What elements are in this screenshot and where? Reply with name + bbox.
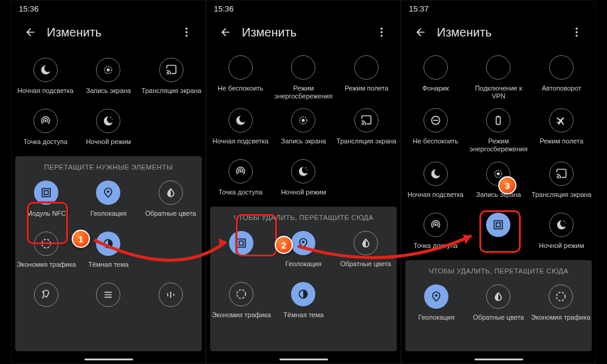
qs-tile-hearing[interactable] bbox=[15, 278, 77, 328]
qs-drag-tile-nfc[interactable] bbox=[210, 226, 272, 276]
qs-tile-не-беспокоить[interactable]: Не беспокоить bbox=[404, 103, 467, 155]
qs-tile-режим-полета[interactable]: Режим полета bbox=[335, 53, 398, 102]
empty-tile bbox=[335, 277, 397, 327]
tile-circle bbox=[34, 180, 58, 205]
qs-tile-обратные-цвета[interactable]: Обратные цвета bbox=[467, 280, 529, 329]
tile-circle bbox=[291, 159, 315, 184]
qs-tile-обратные-цвета[interactable]: Обратные цвета bbox=[140, 176, 202, 225]
qs-tile-обратные-цвета[interactable]: Обратные цвета bbox=[335, 226, 397, 276]
qs-tile-list[interactable] bbox=[77, 278, 139, 328]
nfc-icon bbox=[235, 237, 247, 249]
tile-circle bbox=[96, 232, 120, 256]
status-bar: 15:36 bbox=[207, 1, 400, 18]
qs-tile-геолокация[interactable]: Геолокация bbox=[272, 226, 334, 276]
empty-tile bbox=[335, 154, 398, 204]
qs-tile-экономия-трафика[interactable]: Экономия трафика bbox=[210, 277, 272, 327]
status-bar: 15:36 bbox=[12, 1, 205, 18]
tile-label: Трансляция экрана bbox=[337, 137, 397, 145]
drop-hint: ЧТОБЫ УДАЛИТЬ, ПЕРЕТАЩИТЕ СЮДА bbox=[405, 264, 592, 280]
edit-header: Изменить bbox=[402, 18, 595, 47]
tile-label: Ночной режим bbox=[281, 188, 326, 196]
more-icon bbox=[376, 26, 388, 38]
qs-tile-ночной-режим[interactable]: Ночной режим bbox=[77, 104, 140, 154]
qs-tile-ночная-подсветка[interactable]: Ночная подсветка bbox=[14, 53, 77, 103]
tile-label: Тёмная тема bbox=[283, 311, 323, 319]
tile-label: Точка доступа bbox=[24, 138, 67, 146]
qs-tile-точка-доступа[interactable]: Точка доступа bbox=[404, 208, 467, 258]
page-title: Изменить bbox=[437, 26, 492, 39]
location-icon bbox=[297, 237, 309, 249]
tiles-content: Фонарик Подключение к VPN Автоповорот Не… bbox=[402, 47, 595, 355]
qs-tile-режим-энергосбережения[interactable]: Режим энергосбережения bbox=[467, 103, 530, 155]
qs-tile-точка-доступа[interactable]: Точка доступа bbox=[209, 154, 272, 204]
tile-label: Геолокация bbox=[418, 314, 454, 321]
active-tiles: Не беспокоить Режим энергосбережения Реж… bbox=[207, 47, 400, 207]
qs-tile-запись-экрана[interactable]: Запись экрана bbox=[467, 157, 530, 207]
qs-tile-ночная-подсветка[interactable]: Ночная подсветка bbox=[404, 157, 467, 207]
qs-tile-экономия-трафика[interactable]: Экономия трафика bbox=[15, 227, 77, 276]
tile-circle bbox=[228, 159, 253, 184]
more-button[interactable] bbox=[564, 19, 589, 45]
qs-tile-автоповорот[interactable]: Автоповорот bbox=[530, 53, 593, 102]
back-button[interactable] bbox=[408, 19, 433, 45]
nav-pill[interactable] bbox=[475, 359, 523, 360]
edit-header: Изменить bbox=[207, 18, 400, 47]
more-icon bbox=[571, 26, 583, 38]
tile-circle bbox=[291, 231, 315, 255]
qs-tile-т-мная-тема[interactable]: Тёмная тема bbox=[77, 227, 139, 276]
qs-tile-трансляция-экрана[interactable]: Трансляция экрана bbox=[530, 157, 593, 207]
qs-tile-точка-доступа[interactable]: Точка доступа bbox=[14, 104, 77, 154]
qs-tile-режим-энергосбережения[interactable]: Режим энергосбережения bbox=[272, 53, 335, 102]
active-tiles: Фонарик Подключение к VPN Автоповорот Не… bbox=[402, 47, 595, 260]
tile-label: Экономия трафика bbox=[211, 311, 271, 319]
qs-tile-не-беспокоить[interactable]: Не беспокоить bbox=[209, 53, 272, 102]
nav-pill[interactable] bbox=[84, 359, 133, 360]
tile-label: Не беспокоить bbox=[413, 137, 458, 145]
tile-label: Модуль NFC bbox=[27, 210, 66, 218]
tile-label: Режим энергосбережения bbox=[273, 84, 334, 100]
back-button[interactable] bbox=[213, 19, 238, 45]
qs-tile-bars[interactable] bbox=[140, 278, 202, 328]
qs-tile-экономия-трафика[interactable]: Экономия трафика bbox=[530, 280, 592, 329]
qs-tile-трансляция-экрана[interactable]: Трансляция экрана bbox=[140, 53, 203, 103]
tile-label: Не беспокоить bbox=[218, 84, 263, 92]
qs-tile-т-мная-тема[interactable]: Тёмная тема bbox=[272, 277, 334, 327]
qs-tile-геолокация[interactable]: Геолокация bbox=[77, 176, 139, 225]
screens-container: 15:36 Изменить Ночная подсветка Запись э… bbox=[0, 0, 607, 364]
qs-tile-модуль-nfc[interactable]: Модуль NFC bbox=[15, 176, 77, 225]
tile-circle bbox=[96, 283, 120, 307]
tile-circle bbox=[549, 108, 574, 132]
screen-1: 15:36 Изменить Ночная подсветка Запись э… bbox=[11, 0, 206, 364]
more-button[interactable] bbox=[174, 19, 199, 45]
qs-tile-ночной-режим[interactable]: Ночной режим bbox=[530, 208, 593, 258]
tile-circle bbox=[159, 283, 183, 307]
qs-tile-геолокация[interactable]: Геолокация bbox=[405, 280, 467, 329]
tile-label: Трансляция экрана bbox=[532, 191, 592, 199]
qs-tile-фонарик[interactable]: Фонарик bbox=[404, 53, 467, 102]
location-icon bbox=[102, 187, 114, 199]
qs-tile-запись-экрана[interactable]: Запись экрана bbox=[272, 103, 335, 153]
qs-tile-режим-полета[interactable]: Режим полета bbox=[530, 103, 593, 155]
qs-tile-запись-экрана[interactable]: Запись экрана bbox=[77, 53, 140, 103]
qs-tile-nfc[interactable] bbox=[467, 208, 530, 258]
tile-circle bbox=[291, 55, 315, 80]
contrast-icon bbox=[102, 238, 114, 250]
qs-tile-подключение-к-vpn[interactable]: Подключение к VPN bbox=[467, 53, 530, 102]
tile-circle bbox=[159, 58, 183, 82]
qs-tile-ночной-режим[interactable]: Ночной режим bbox=[272, 154, 335, 204]
tile-circle bbox=[549, 55, 574, 80]
tile-label: Подключение к VPN bbox=[468, 84, 529, 100]
back-icon bbox=[24, 26, 36, 38]
location-icon bbox=[430, 290, 442, 303]
nav-pill[interactable] bbox=[279, 359, 328, 360]
tile-circle bbox=[228, 55, 253, 80]
qs-tile-трансляция-экрана[interactable]: Трансляция экрана bbox=[335, 103, 398, 153]
qs-tile-ночная-подсветка[interactable]: Ночная подсветка bbox=[209, 103, 272, 153]
tile-label: Геолокация bbox=[286, 260, 321, 268]
tile-circle bbox=[354, 55, 379, 80]
tile-label: Обратные цвета bbox=[145, 210, 196, 218]
tiles-content: Не беспокоить Режим энергосбережения Реж… bbox=[207, 47, 400, 355]
back-button[interactable] bbox=[18, 19, 43, 45]
more-button[interactable] bbox=[369, 19, 394, 45]
tile-label: Запись экрана bbox=[86, 87, 131, 95]
